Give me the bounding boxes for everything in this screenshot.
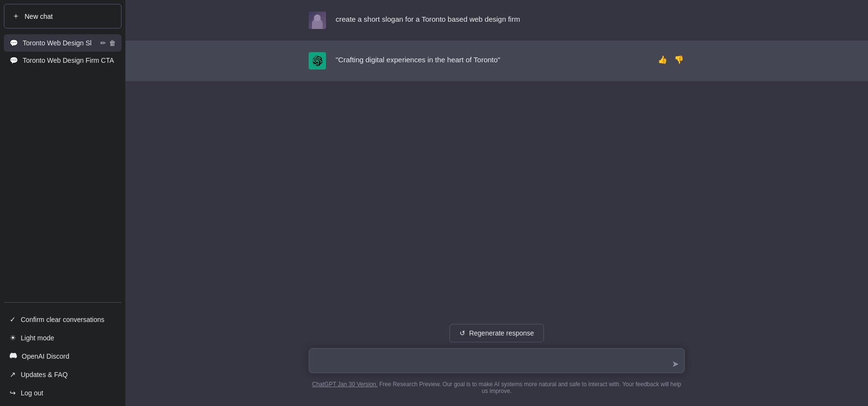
discord-icon (10, 352, 17, 361)
messages-area: create a short slogan for a Toronto base… (125, 0, 868, 316)
chat-list: 💬 Toronto Web Design Sl ✏ 🗑 💬 Toronto We… (0, 32, 125, 298)
new-chat-label: New chat (25, 13, 53, 20)
message-actions: 👍 👎 (657, 52, 685, 65)
discord-label: OpenAI Discord (22, 352, 69, 360)
discord-item[interactable]: OpenAI Discord (4, 347, 122, 365)
plus-icon: ＋ (12, 11, 20, 21)
light-mode-label: Light mode (21, 334, 54, 342)
regenerate-label: Regenerate response (469, 329, 534, 337)
footer-text: ChatGPT Jan 30 Version. Free Research Pr… (309, 381, 685, 394)
confirm-clear-label: Confirm clear conversations (21, 316, 105, 323)
chat-icon-2: 💬 (10, 56, 18, 64)
chat-item-actions-1: ✏ 🗑 (100, 39, 116, 47)
user-avatar (309, 12, 326, 29)
external-link-icon: ↗ (10, 370, 16, 379)
assistant-message-inner: "Crafting digital experiences in the hea… (289, 52, 704, 70)
chat-item-toronto-cta[interactable]: 💬 Toronto Web Design Firm CTA (4, 52, 122, 69)
send-icon: ➤ (672, 359, 679, 369)
footer-link[interactable]: ChatGPT Jan 30 Version. (312, 381, 378, 388)
main-content: create a short slogan for a Toronto base… (125, 0, 868, 406)
confirm-clear-item[interactable]: ✓ Confirm clear conversations (4, 310, 122, 329)
edit-icon[interactable]: ✏ (100, 39, 106, 47)
send-button[interactable]: ➤ (672, 359, 679, 369)
thumbs-up-button[interactable]: 👍 (657, 54, 668, 65)
sidebar-divider (4, 302, 122, 303)
regenerate-icon: ↺ (460, 329, 465, 337)
sidebar: ＋ New chat 💬 Toronto Web Design Sl ✏ 🗑 💬… (0, 0, 125, 406)
chat-item-toronto-sl[interactable]: 💬 Toronto Web Design Sl ✏ 🗑 (4, 34, 122, 52)
input-row: ➤ (309, 348, 685, 375)
chat-item-label-2: Toronto Web Design Firm CTA (23, 56, 116, 64)
user-message-row: create a short slogan for a Toronto base… (125, 0, 868, 41)
log-out-label: Log out (21, 389, 43, 397)
regenerate-button[interactable]: ↺ Regenerate response (449, 324, 544, 342)
bottom-area: ↺ Regenerate response ➤ ChatGPT Jan 30 V… (125, 316, 868, 406)
assistant-avatar (309, 52, 326, 70)
sun-icon: ☀ (10, 334, 16, 342)
assistant-message-content: "Crafting digital experiences in the hea… (336, 52, 647, 66)
delete-icon[interactable]: 🗑 (109, 39, 116, 47)
footer-description: Free Research Preview. Our goal is to ma… (379, 381, 681, 394)
user-message-content: create a short slogan for a Toronto base… (336, 12, 685, 25)
light-mode-item[interactable]: ☀ Light mode (4, 329, 122, 347)
new-chat-button[interactable]: ＋ New chat (4, 4, 122, 28)
updates-faq-label: Updates & FAQ (21, 371, 68, 378)
thumbs-down-button[interactable]: 👎 (673, 54, 685, 65)
sidebar-bottom: ✓ Confirm clear conversations ☀ Light mo… (0, 307, 125, 406)
updates-faq-item[interactable]: ↗ Updates & FAQ (4, 365, 122, 384)
chat-item-label-1: Toronto Web Design Sl (23, 39, 95, 47)
log-out-item[interactable]: ↪ Log out (4, 384, 122, 402)
chat-input[interactable] (309, 348, 685, 373)
assistant-message-row: "Crafting digital experiences in the hea… (125, 41, 868, 81)
chat-icon-1: 💬 (10, 39, 18, 47)
check-icon: ✓ (10, 315, 16, 324)
user-message-inner: create a short slogan for a Toronto base… (289, 12, 704, 29)
logout-icon: ↪ (10, 389, 16, 397)
